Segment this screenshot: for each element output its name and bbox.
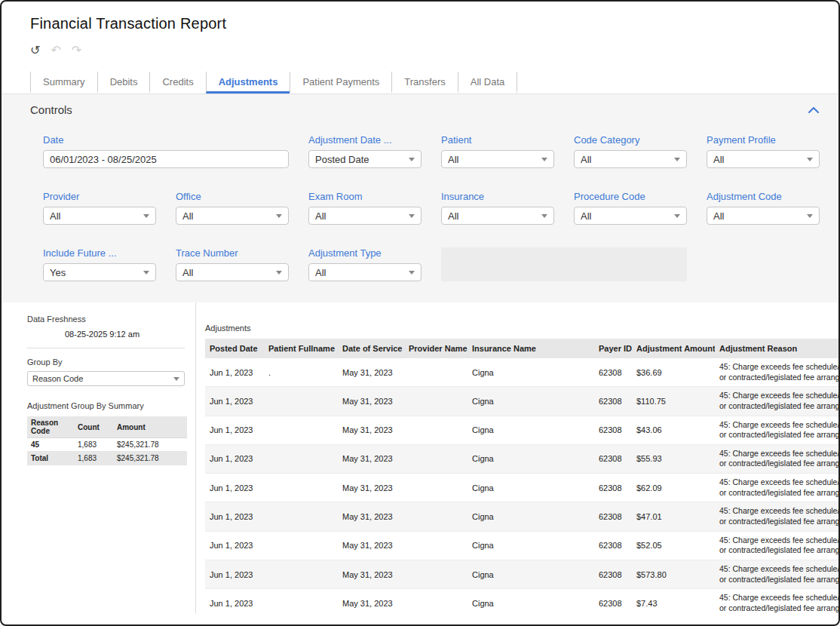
- toolbar: ↺ ↶ ↷: [30, 44, 838, 57]
- tab-all-data[interactable]: All Data: [458, 72, 518, 94]
- adjustment-date-type-select[interactable]: Posted Date: [308, 150, 422, 168]
- table-row[interactable]: Jun 1, 2023May 31, 2023Cigna62308$52.054…: [205, 531, 838, 560]
- table-row[interactable]: Jun 1, 2023May 31, 2023Cigna62308$573.80…: [205, 560, 838, 588]
- summary-cell-count: 1,683: [74, 452, 113, 465]
- summary-row: Total1,683$245,321.78: [27, 452, 187, 465]
- column-header-patient-fullname[interactable]: Patient Fullname: [264, 339, 338, 358]
- insurance-select[interactable]: All: [441, 207, 554, 225]
- adjustment-code-select[interactable]: All: [707, 207, 820, 225]
- cell-patient-fullname: [264, 560, 338, 588]
- column-header-insurance-name[interactable]: Insurance Name: [468, 339, 594, 358]
- column-header-date-of-service[interactable]: Date of Service: [338, 339, 404, 358]
- table-row[interactable]: Jun 1, 2023May 31, 2023Cigna62308$47.014…: [205, 502, 838, 531]
- payment-profile-select[interactable]: All: [707, 150, 820, 168]
- code-category-select[interactable]: All: [574, 150, 687, 168]
- summary-col-reason-code: Reason Code: [27, 416, 74, 438]
- cell-posted-date: Jun 1, 2023: [205, 560, 264, 588]
- chevron-up-icon[interactable]: [807, 103, 820, 117]
- cell-posted-date: Jun 1, 2023: [205, 589, 264, 613]
- cell-adjustment-amount: $110.75: [632, 387, 715, 416]
- filter-payment-profile-label: Payment Profile: [707, 134, 820, 146]
- include-future-select[interactable]: Yes: [43, 263, 156, 281]
- cell-payer-id: 62308: [594, 474, 632, 502]
- filter-date-label: Date: [43, 134, 289, 146]
- column-header-adjustment-amount[interactable]: Adjustment Amount: [632, 339, 715, 358]
- table-row[interactable]: Jun 1, 2023.May 31, 2023Cigna62308$36.69…: [205, 358, 838, 387]
- chevron-down-icon: [143, 214, 149, 218]
- chevron-down-icon: [674, 158, 680, 161]
- patient-value: All: [448, 154, 458, 165]
- cell-insurance-name: Cigna: [468, 502, 594, 531]
- cell-insurance-name: Cigna: [468, 387, 594, 416]
- filter-adjustment-code-label: Adjustment Code: [707, 191, 820, 202]
- patient-select[interactable]: All: [441, 150, 554, 168]
- cell-adjustment-reason: 45: Charge exceeds fee schedule/max or c…: [715, 502, 838, 531]
- filter-adjustment-date-type-label: Adjustment Date ...: [308, 134, 422, 146]
- column-header-adjustment-reason[interactable]: Adjustment Reason: [715, 339, 838, 358]
- chevron-down-icon: [409, 214, 415, 218]
- filter-patient-label: Patient: [441, 134, 554, 146]
- controls-panel: Controls Date 06/01/2023 - 08/25/2025 Ad…: [2, 94, 838, 302]
- filter-office: Office All: [176, 191, 289, 225]
- procedure-code-value: All: [581, 210, 591, 222]
- cell-provider-name: [404, 416, 468, 444]
- provider-value: All: [50, 210, 60, 222]
- column-header-payer-id[interactable]: Payer ID: [594, 339, 632, 358]
- tab-credits[interactable]: Credits: [149, 72, 205, 94]
- date-range-input[interactable]: 06/01/2023 - 08/25/2025: [43, 150, 289, 168]
- table-row[interactable]: Jun 1, 2023May 31, 2023Cigna62308$43.064…: [205, 416, 838, 444]
- report-window: Financial Transaction Report ↺ ↶ ↷ Summa…: [0, 0, 840, 626]
- tab-adjustments[interactable]: Adjustments: [206, 72, 290, 94]
- tab-bar: Summary Debits Credits Adjustments Patie…: [30, 72, 838, 94]
- group-by-select[interactable]: Reason Code: [27, 371, 185, 386]
- trace-number-select[interactable]: All: [176, 263, 289, 281]
- cell-patient-fullname: [264, 589, 338, 613]
- table-row[interactable]: Jun 1, 2023May 31, 2023Cigna62308$62.094…: [205, 474, 838, 502]
- undo-icon[interactable]: ↶: [51, 44, 60, 57]
- filter-include-future-label: Include Future ...: [43, 247, 156, 259]
- adjustment-type-select[interactable]: All: [308, 263, 422, 281]
- filter-adjustment-date-type: Adjustment Date ... Posted Date: [308, 134, 422, 168]
- summary-cell-reason-code: 45: [27, 438, 74, 452]
- group-by-label: Group By: [27, 357, 185, 367]
- tab-transfers[interactable]: Transfers: [391, 72, 457, 94]
- chevron-down-icon: [541, 214, 547, 218]
- cell-payer-id: 62308: [594, 416, 632, 444]
- adjustments-header-row: Posted Date Patient Fullname Date of Ser…: [205, 339, 838, 358]
- column-header-provider-name[interactable]: Provider Name: [404, 339, 468, 358]
- cell-adjustment-amount: $7.43: [632, 589, 715, 613]
- table-row[interactable]: Jun 1, 2023May 31, 2023Cigna62308$55.934…: [205, 444, 838, 473]
- tab-summary[interactable]: Summary: [30, 72, 97, 94]
- cell-provider-name: [404, 560, 468, 588]
- main-area: Adjustments Posted Date Patient Fullname…: [196, 302, 838, 613]
- cell-provider-name: [404, 358, 468, 387]
- cell-date-of-service: May 31, 2023: [338, 531, 404, 560]
- summary-col-count: Count: [74, 416, 113, 438]
- cell-provider-name: [404, 474, 468, 502]
- divider: [27, 348, 185, 348]
- table-row[interactable]: Jun 1, 2023May 31, 2023Cigna62308$7.4345…: [205, 589, 838, 613]
- tab-debits[interactable]: Debits: [97, 72, 150, 94]
- code-category-value: All: [581, 154, 591, 165]
- cell-adjustment-reason: 45: Charge exceeds fee schedule/max or c…: [715, 444, 838, 473]
- column-header-posted-date[interactable]: Posted Date: [205, 339, 264, 358]
- filter-grid: Date 06/01/2023 - 08/25/2025 Adjustment …: [43, 134, 819, 281]
- reset-icon[interactable]: ↺: [30, 44, 40, 57]
- cell-patient-fullname: [264, 531, 338, 560]
- procedure-code-select[interactable]: All: [574, 207, 687, 225]
- office-select[interactable]: All: [176, 207, 289, 225]
- exam-room-select[interactable]: All: [308, 207, 422, 225]
- chevron-down-icon: [674, 214, 680, 218]
- summary-cell-count: 1,683: [74, 438, 113, 452]
- cell-payer-id: 62308: [594, 358, 632, 387]
- cell-adjustment-amount: $55.93: [632, 444, 715, 473]
- chevron-down-icon: [807, 214, 813, 218]
- table-row[interactable]: Jun 1, 2023May 31, 2023Cigna62308$110.75…: [205, 387, 838, 416]
- provider-select[interactable]: All: [43, 207, 156, 225]
- cell-adjustment-reason: 45: Charge exceeds fee schedule/max or c…: [715, 560, 838, 588]
- cell-posted-date: Jun 1, 2023: [205, 416, 264, 444]
- cell-date-of-service: May 31, 2023: [338, 502, 404, 531]
- redo-icon[interactable]: ↷: [72, 44, 81, 57]
- summary-col-amount: Amount: [113, 416, 187, 438]
- tab-patient-payments[interactable]: Patient Payments: [290, 72, 391, 94]
